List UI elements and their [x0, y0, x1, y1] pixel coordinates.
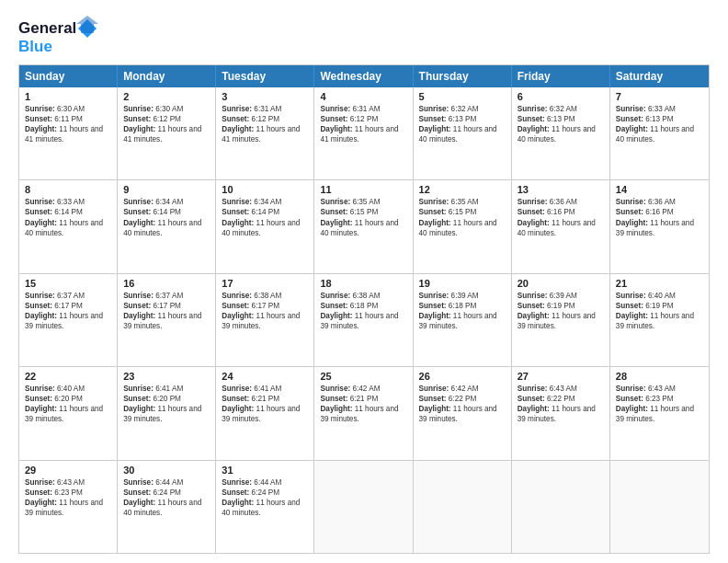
day-cell-2: 2 Sunrise: 6:30 AM Sunset: 6:12 PM Dayli…: [118, 87, 216, 179]
calendar-week-5: 29 Sunrise: 6:43 AM Sunset: 6:23 PM Dayl…: [19, 460, 709, 553]
sunrise-text: Sunrise: 6:33 AM: [616, 104, 703, 114]
day-number: 25: [320, 371, 406, 382]
sunrise-text: Sunrise: 6:31 AM: [222, 104, 308, 114]
sunrise-text: Sunrise: 6:32 AM: [518, 104, 604, 114]
header-sunday: Sunday: [19, 65, 118, 87]
sunset-text: Sunset: 6:11 PM: [25, 114, 111, 124]
sunrise-text: Sunrise: 6:36 AM: [518, 197, 604, 207]
page: General Blue Sunday Monday Tuesday Wedne…: [0, 0, 728, 563]
sunrise-text: Sunrise: 6:40 AM: [25, 384, 111, 394]
sunrise-text: Sunrise: 6:42 AM: [419, 384, 506, 394]
sunrise-text: Sunrise: 6:37 AM: [123, 291, 210, 301]
header-wednesday: Wednesday: [314, 65, 413, 87]
sunrise-text: Sunrise: 6:38 AM: [222, 291, 308, 301]
daylight-text: Daylight: 11 hours and 40 minutes.: [25, 218, 111, 238]
day-cell-29: 29 Sunrise: 6:43 AM Sunset: 6:23 PM Dayl…: [19, 461, 118, 553]
daylight-text: Daylight: 11 hours and 39 minutes.: [419, 311, 506, 331]
daylight-text: Daylight: 11 hours and 40 minutes.: [123, 498, 210, 518]
day-number: 18: [320, 278, 406, 289]
sunset-text: Sunset: 6:17 PM: [222, 301, 308, 311]
calendar-week-4: 22 Sunrise: 6:40 AM Sunset: 6:20 PM Dayl…: [19, 366, 709, 459]
day-number: 7: [616, 91, 703, 102]
day-cell-7: 7 Sunrise: 6:33 AM Sunset: 6:13 PM Dayli…: [610, 87, 709, 179]
day-number: 12: [419, 184, 506, 195]
calendar-week-3: 15 Sunrise: 6:37 AM Sunset: 6:17 PM Dayl…: [19, 273, 709, 366]
sunrise-text: Sunrise: 6:30 AM: [123, 104, 210, 114]
sunset-text: Sunset: 6:23 PM: [616, 394, 703, 404]
day-number: 15: [25, 278, 111, 289]
sunrise-text: Sunrise: 6:32 AM: [419, 104, 506, 114]
daylight-text: Daylight: 11 hours and 41 minutes.: [320, 124, 406, 144]
day-number: 26: [419, 371, 506, 382]
sunset-text: Sunset: 6:21 PM: [320, 394, 406, 404]
daylight-text: Daylight: 11 hours and 39 minutes.: [616, 404, 703, 424]
daylight-text: Daylight: 11 hours and 39 minutes.: [123, 311, 210, 331]
sunrise-text: Sunrise: 6:43 AM: [616, 384, 703, 394]
sunrise-text: Sunrise: 6:39 AM: [518, 291, 604, 301]
sunset-text: Sunset: 6:19 PM: [518, 301, 604, 311]
day-cell-6: 6 Sunrise: 6:32 AM Sunset: 6:13 PM Dayli…: [512, 87, 610, 179]
sunset-text: Sunset: 6:14 PM: [222, 207, 308, 217]
day-cell-30: 30 Sunrise: 6:44 AM Sunset: 6:24 PM Dayl…: [118, 461, 216, 553]
day-cell-19: 19 Sunrise: 6:39 AM Sunset: 6:18 PM Dayl…: [414, 274, 512, 366]
day-cell-14: 14 Sunrise: 6:36 AM Sunset: 6:16 PM Dayl…: [610, 180, 709, 272]
daylight-text: Daylight: 11 hours and 41 minutes.: [222, 124, 308, 144]
day-cell-10: 10 Sunrise: 6:34 AM Sunset: 6:14 PM Dayl…: [216, 180, 314, 272]
day-number: 28: [616, 371, 703, 382]
day-cell-20: 20 Sunrise: 6:39 AM Sunset: 6:19 PM Dayl…: [512, 274, 610, 366]
day-cell-12: 12 Sunrise: 6:35 AM Sunset: 6:15 PM Dayl…: [414, 180, 512, 272]
sunset-text: Sunset: 6:24 PM: [123, 488, 210, 498]
day-cell-15: 15 Sunrise: 6:37 AM Sunset: 6:17 PM Dayl…: [19, 274, 118, 366]
daylight-text: Daylight: 11 hours and 39 minutes.: [616, 218, 703, 238]
sunrise-text: Sunrise: 6:37 AM: [25, 291, 111, 301]
sunrise-text: Sunrise: 6:39 AM: [419, 291, 506, 301]
daylight-text: Daylight: 11 hours and 39 minutes.: [320, 311, 406, 331]
day-number: 11: [320, 184, 406, 195]
day-cell-17: 17 Sunrise: 6:38 AM Sunset: 6:17 PM Dayl…: [216, 274, 314, 366]
day-number: 8: [25, 184, 111, 195]
day-number: 22: [25, 371, 111, 382]
logo-svg: General Blue: [18, 15, 101, 57]
sunrise-text: Sunrise: 6:43 AM: [25, 477, 111, 488]
calendar-body: 1 Sunrise: 6:30 AM Sunset: 6:11 PM Dayli…: [19, 87, 709, 553]
sunset-text: Sunset: 6:20 PM: [123, 394, 210, 404]
sunrise-text: Sunrise: 6:44 AM: [123, 477, 210, 488]
calendar-week-1: 1 Sunrise: 6:30 AM Sunset: 6:11 PM Dayli…: [19, 87, 709, 179]
sunrise-text: Sunrise: 6:35 AM: [320, 197, 406, 207]
daylight-text: Daylight: 11 hours and 40 minutes.: [419, 218, 506, 238]
daylight-text: Daylight: 11 hours and 39 minutes.: [320, 404, 406, 424]
daylight-text: Daylight: 11 hours and 39 minutes.: [25, 404, 111, 424]
daylight-text: Daylight: 11 hours and 41 minutes.: [25, 124, 111, 144]
day-number: 5: [419, 91, 506, 102]
header-tuesday: Tuesday: [216, 65, 314, 87]
sunrise-text: Sunrise: 6:30 AM: [25, 104, 111, 114]
sunrise-text: Sunrise: 6:35 AM: [419, 197, 506, 207]
calendar-week-2: 8 Sunrise: 6:33 AM Sunset: 6:14 PM Dayli…: [19, 179, 709, 272]
day-number: 23: [123, 371, 210, 382]
sunset-text: Sunset: 6:14 PM: [25, 207, 111, 217]
day-number: 31: [222, 465, 308, 476]
logo: General Blue: [18, 15, 101, 57]
sunset-text: Sunset: 6:12 PM: [123, 114, 210, 124]
day-cell-5: 5 Sunrise: 6:32 AM Sunset: 6:13 PM Dayli…: [414, 87, 512, 179]
sunset-text: Sunset: 6:17 PM: [25, 301, 111, 311]
day-cell-8: 8 Sunrise: 6:33 AM Sunset: 6:14 PM Dayli…: [19, 180, 118, 272]
sunset-text: Sunset: 6:13 PM: [518, 114, 604, 124]
day-number: 4: [320, 91, 406, 102]
daylight-text: Daylight: 11 hours and 40 minutes.: [518, 124, 604, 144]
daylight-text: Daylight: 11 hours and 40 minutes.: [123, 218, 210, 238]
sunrise-text: Sunrise: 6:42 AM: [320, 384, 406, 394]
day-number: 13: [518, 184, 604, 195]
day-cell-28: 28 Sunrise: 6:43 AM Sunset: 6:23 PM Dayl…: [610, 367, 709, 459]
day-number: 2: [123, 91, 210, 102]
sunset-text: Sunset: 6:16 PM: [518, 207, 604, 217]
daylight-text: Daylight: 11 hours and 40 minutes.: [320, 218, 406, 238]
sunrise-text: Sunrise: 6:36 AM: [616, 197, 703, 207]
sunset-text: Sunset: 6:15 PM: [419, 207, 506, 217]
sunset-text: Sunset: 6:23 PM: [25, 488, 111, 498]
day-cell-11: 11 Sunrise: 6:35 AM Sunset: 6:15 PM Dayl…: [314, 180, 413, 272]
day-cell-23: 23 Sunrise: 6:41 AM Sunset: 6:20 PM Dayl…: [118, 367, 216, 459]
daylight-text: Daylight: 11 hours and 40 minutes.: [419, 124, 506, 144]
sunset-text: Sunset: 6:22 PM: [518, 394, 604, 404]
empty-cell: [610, 461, 709, 553]
